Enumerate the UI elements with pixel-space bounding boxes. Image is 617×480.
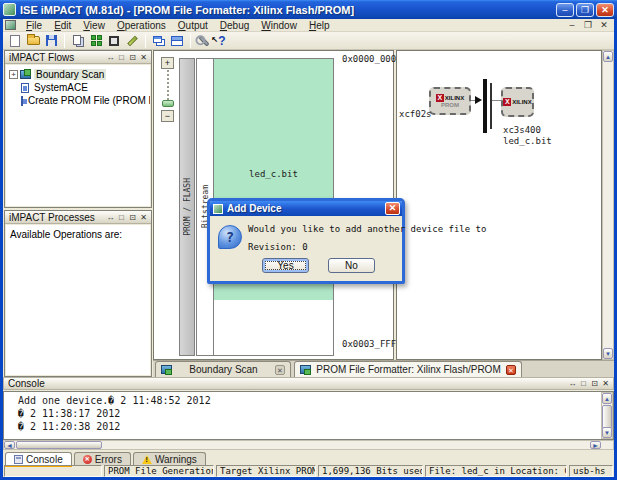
panel-close-icon[interactable]: ✕ xyxy=(138,53,149,62)
tab-warnings[interactable]: Warnings xyxy=(133,452,206,465)
client-area: File Edit View Operations Output Debug W… xyxy=(3,19,614,477)
panel-maximize-icon[interactable]: □ xyxy=(116,53,127,62)
dialog-close-icon[interactable]: ✕ xyxy=(385,202,400,215)
dialog-title: Add Device xyxy=(227,203,385,214)
save-icon xyxy=(46,35,57,46)
edit-button[interactable] xyxy=(123,33,141,49)
fpga-device[interactable]: X XILINX xyxy=(501,87,534,117)
tab-boundary-scan[interactable]: Boundary Scan ✕ xyxy=(155,361,291,377)
tab-close-icon[interactable]: ✕ xyxy=(506,365,516,375)
dialog-message-line1: Would you like to add another device fil… xyxy=(248,224,486,234)
bitstream-file-label: led_c.bit xyxy=(214,169,333,179)
console-output[interactable]: Add one device.� 2 11:48:52 2012 � 2 11:… xyxy=(3,391,614,440)
console-horizontal-scrollbar[interactable]: ◄ ► xyxy=(3,440,614,450)
scrollbar-thumb[interactable] xyxy=(602,405,612,429)
scrollbar-thumb[interactable] xyxy=(16,441,102,449)
tab-errors[interactable]: ✕ Errors xyxy=(74,452,131,465)
chain-bus-bar xyxy=(483,79,487,133)
yes-button[interactable]: Yes xyxy=(262,258,309,273)
panel-float-icon[interactable]: ⊡ xyxy=(589,379,600,388)
tab-device-icon xyxy=(300,365,311,374)
add-device-dialog: Add Device ✕ ? Would you like to add ano… xyxy=(207,198,405,284)
add-device-button[interactable] xyxy=(87,33,105,49)
error-icon: ✕ xyxy=(83,455,92,464)
no-button[interactable]: No xyxy=(328,258,375,273)
copy-icon xyxy=(73,35,81,45)
status-mode: PROM File Generation xyxy=(104,465,214,477)
menu-file[interactable]: File xyxy=(20,20,48,31)
menu-operations[interactable]: Operations xyxy=(111,20,172,31)
scroll-left-icon[interactable]: ◄ xyxy=(4,441,15,449)
console-panel-title: Console xyxy=(8,378,567,389)
mdi-restore-icon[interactable]: ❐ xyxy=(582,20,594,30)
chip-icon xyxy=(109,36,119,46)
menu-edit[interactable]: Edit xyxy=(48,20,77,31)
settings-button[interactable] xyxy=(195,33,213,49)
zoom-in-icon[interactable]: + xyxy=(161,57,174,69)
menu-debug[interactable]: Debug xyxy=(214,20,255,31)
context-help-button[interactable]: ? xyxy=(213,33,231,49)
mdi-close-icon[interactable]: ✕ xyxy=(598,20,610,30)
console-scrollbar[interactable]: ▲ ▼ xyxy=(601,392,613,439)
tab-prom-file-formatter[interactable]: PROM File Formatter: Xilinx Flash/PROM ✕ xyxy=(294,361,522,377)
expander-icon[interactable]: + xyxy=(9,70,18,79)
tree-item-systemace[interactable]: SystemACE xyxy=(9,81,150,94)
cascade-windows-button[interactable] xyxy=(150,33,168,49)
panel-undock-icon[interactable]: ↔ xyxy=(105,213,116,222)
impact-processes-panel: iMPACT Processes ↔ □ ⊡ ✕ Available Opera… xyxy=(4,210,152,377)
tab-device-icon xyxy=(161,365,172,374)
new-file-button[interactable] xyxy=(6,33,24,49)
panel-float-icon[interactable]: ⊡ xyxy=(127,53,138,62)
output-tab-bar: Console ✕ Errors Warnings xyxy=(3,451,206,465)
chip-button[interactable] xyxy=(105,33,123,49)
dialog-message-line2: Revision: 0 xyxy=(248,242,308,252)
device-grid-icon xyxy=(91,35,102,46)
scroll-down-icon[interactable]: ▼ xyxy=(603,348,613,359)
panel-float-icon[interactable]: ⊡ xyxy=(127,213,138,222)
scroll-down-icon[interactable]: ▼ xyxy=(602,427,612,438)
status-bits-used: 1,699,136 Bits used xyxy=(318,465,423,477)
open-file-button[interactable] xyxy=(24,33,42,49)
console-line: � 2 11:20:38 2012 xyxy=(18,420,613,433)
pencil-icon xyxy=(127,35,138,46)
panel-close-icon[interactable]: ✕ xyxy=(138,213,149,222)
zoom-slider-track[interactable] xyxy=(167,70,169,100)
prom-device[interactable]: X XILINX PROM xyxy=(429,87,471,115)
scroll-right-icon[interactable]: ► xyxy=(590,441,601,449)
scroll-up-icon[interactable]: ▲ xyxy=(603,51,613,62)
zoom-out-icon[interactable]: − xyxy=(161,110,174,122)
toolbar: ? xyxy=(3,32,614,50)
table-view-button[interactable] xyxy=(168,33,186,49)
menu-view[interactable]: View xyxy=(77,20,111,31)
close-icon[interactable]: ✕ xyxy=(596,3,614,17)
panel-undock-icon[interactable]: ↔ xyxy=(567,379,578,388)
document-icon xyxy=(5,20,16,30)
tab-console[interactable]: Console xyxy=(5,452,72,465)
application-window: ISE iMPACT (M.81d) - [PROM File Formatte… xyxy=(0,0,617,480)
prom-flash-bar: PROM / FLASH xyxy=(179,58,195,356)
tab-close-icon[interactable]: ✕ xyxy=(275,365,285,375)
new-file-icon xyxy=(10,35,20,47)
right-canvas-scrollbar[interactable]: ▲ ▼ xyxy=(602,50,614,360)
copy-button[interactable] xyxy=(69,33,87,49)
zoom-slider-handle[interactable] xyxy=(162,100,174,107)
menu-output[interactable]: Output xyxy=(172,20,214,31)
cascade-icon xyxy=(153,36,162,43)
scroll-up-icon[interactable]: ▲ xyxy=(602,393,612,404)
tree-item-boundary-scan[interactable]: + Boundary Scan xyxy=(9,68,150,81)
menu-help[interactable]: Help xyxy=(303,20,336,31)
panel-maximize-icon[interactable]: □ xyxy=(116,213,127,222)
xilinx-logo-icon: X xyxy=(436,94,444,102)
panel-undock-icon[interactable]: ↔ xyxy=(105,53,116,62)
menu-window[interactable]: Window xyxy=(255,20,303,31)
dialog-title-bar[interactable]: Add Device ✕ xyxy=(210,201,402,216)
maximize-icon[interactable]: ❐ xyxy=(576,3,594,17)
panel-maximize-icon[interactable]: □ xyxy=(578,379,589,388)
fpga-device-name: xc3s400 xyxy=(503,125,541,135)
panel-close-icon[interactable]: ✕ xyxy=(600,379,611,388)
minimize-icon[interactable]: – xyxy=(556,3,574,17)
app-icon xyxy=(3,3,16,16)
tree-item-create-prom-file[interactable]: Create PROM File (PROM File Form··· xyxy=(9,94,150,107)
save-button[interactable] xyxy=(42,33,60,49)
mdi-minimize-icon[interactable]: – xyxy=(566,20,578,30)
